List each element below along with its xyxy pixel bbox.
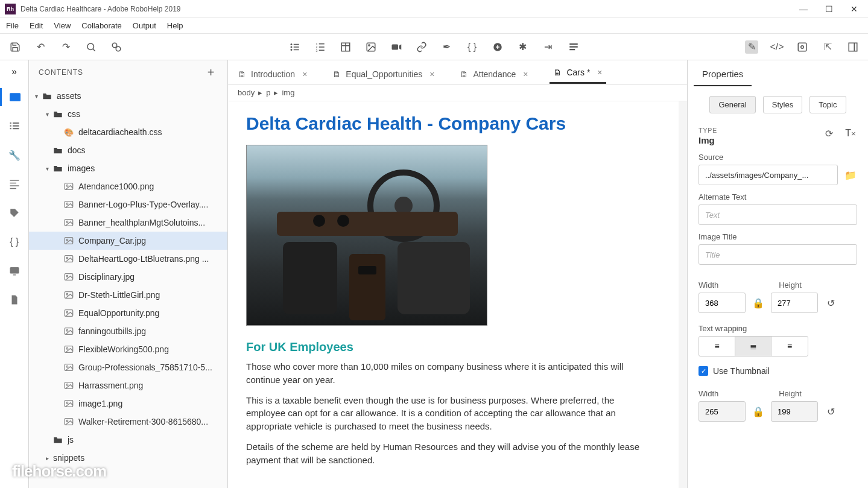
menu-view[interactable]: View — [54, 21, 71, 30]
width-input[interactable] — [699, 293, 746, 313]
rail-snippet-icon[interactable]: { } — [5, 233, 24, 251]
close-icon[interactable]: × — [597, 68, 602, 77]
tree-file-image[interactable]: Harrassment.png — [29, 376, 227, 395]
indent-icon[interactable]: ⇥ — [542, 40, 555, 54]
doc-image-company-car[interactable] — [246, 145, 487, 326]
source-view-icon[interactable]: </> — [770, 40, 784, 54]
link-icon[interactable] — [415, 40, 428, 54]
doc-paragraph[interactable]: Details of the scheme are held by Human … — [246, 440, 644, 467]
rail-key-icon[interactable]: 🔧 — [5, 146, 24, 164]
align-icon[interactable] — [567, 40, 580, 54]
tree-file-image[interactable]: Banner_healthplanMgtSolutoins... — [29, 214, 227, 232]
tree-folder-js[interactable]: js — [29, 431, 227, 449]
tree-file-image[interactable]: EqualOpportunity.png — [29, 304, 227, 322]
tree-file-image[interactable]: Banner-Logo-Plus-Type-Overlay.... — [29, 195, 227, 214]
tree-folder-docs[interactable]: docs — [29, 141, 227, 159]
rail-expand-icon[interactable]: » — [11, 66, 17, 77]
rail-index-icon[interactable] — [5, 175, 24, 193]
maximize-button[interactable]: ☐ — [825, 5, 833, 13]
tree-file-image[interactable]: Group-Professionals_75851710-5... — [29, 358, 227, 376]
breadcrumb-item[interactable]: p — [266, 88, 270, 97]
tree-file-image[interactable]: DeltaHeartLogo-LtBluetrans.png ... — [29, 250, 227, 268]
tree-file-image[interactable]: Walker-Retirement-300-8615680... — [29, 413, 227, 431]
tree-folder-css[interactable]: ▾css — [29, 105, 227, 123]
search-icon[interactable] — [84, 40, 98, 54]
numbered-list-icon[interactable]: 123 — [314, 40, 327, 54]
prop-tab-topic[interactable]: Topic — [809, 96, 846, 113]
menu-collaborate[interactable]: Collaborate — [81, 21, 122, 30]
prop-tab-general[interactable]: General — [709, 96, 755, 113]
image-title-input[interactable] — [699, 244, 857, 265]
menu-help[interactable]: Help — [167, 21, 183, 30]
wrap-left-icon[interactable]: ≡ — [699, 337, 735, 356]
use-thumbnail-row[interactable]: ✓ Use Thumbnail — [699, 366, 857, 376]
image-icon[interactable] — [364, 40, 378, 54]
tree-file-image[interactable]: Atendance1000.png — [29, 177, 227, 195]
doc-paragraph[interactable]: This is a taxable benefit even though th… — [246, 394, 644, 433]
redo-icon[interactable]: ↷ — [59, 40, 72, 54]
tab-equal-opportunities[interactable]: 🗎Equal_Opportunities× — [329, 65, 438, 84]
save-icon[interactable] — [8, 40, 22, 54]
wrap-center-icon[interactable]: ≣ — [735, 337, 771, 356]
scrollbar[interactable] — [679, 101, 687, 488]
lock-icon[interactable]: 🔒 — [752, 296, 765, 309]
tree-file-image[interactable]: Disciplinary.jpg — [29, 268, 227, 286]
menu-output[interactable]: Output — [133, 21, 156, 30]
bullet-list-icon[interactable] — [288, 40, 302, 54]
tree-folder-assets[interactable]: ▾assets — [29, 87, 227, 105]
prop-tab-styles[interactable]: Styles — [763, 96, 802, 113]
refresh-icon[interactable]: ⟳ — [822, 127, 835, 140]
thumb-height-input[interactable] — [771, 401, 818, 422]
wrap-right-icon[interactable]: ≡ — [771, 337, 808, 356]
tab-introduction[interactable]: 🗎Introduction× — [234, 65, 311, 84]
special-char-icon[interactable]: ✱ — [516, 40, 530, 54]
brush-icon[interactable]: ✒ — [440, 40, 454, 54]
video-icon[interactable] — [390, 40, 403, 54]
tree-file-image[interactable]: fanningoutbills.jpg — [29, 322, 227, 340]
alt-text-input[interactable] — [699, 204, 857, 225]
tree-file-image[interactable]: FlexibleWorking500.png — [29, 340, 227, 358]
preview-icon[interactable] — [796, 40, 809, 54]
browse-icon[interactable]: 📁 — [844, 168, 857, 182]
menu-file[interactable]: File — [6, 21, 19, 30]
rail-tag-icon[interactable] — [5, 204, 24, 222]
reset-icon[interactable]: ↺ — [824, 296, 837, 309]
tree-file-image[interactable]: Dr-Steth-LittleGirl.png — [29, 286, 227, 304]
tree-file-image[interactable]: image1.png — [29, 395, 227, 413]
doc-paragraph[interactable]: Those who cover more than 10,000 miles o… — [246, 360, 644, 387]
add-circle-icon[interactable] — [491, 40, 504, 54]
variable-icon[interactable]: { } — [466, 40, 479, 54]
doc-subheading[interactable]: For UK Employees — [246, 340, 669, 354]
tree-folder-images[interactable]: ▾images — [29, 159, 227, 177]
rail-toc-icon[interactable] — [5, 117, 24, 135]
tree-file-image[interactable]: Company_Car.jpg — [29, 232, 227, 250]
rail-screen-icon[interactable] — [5, 262, 24, 280]
breadcrumb-item[interactable]: body — [238, 88, 255, 97]
doc-heading[interactable]: Delta Cardiac Health - Company Cars — [246, 113, 669, 134]
layout-icon[interactable] — [846, 40, 860, 54]
export-icon[interactable]: ⇱ — [821, 40, 834, 54]
checkbox-checked-icon[interactable]: ✓ — [699, 366, 708, 376]
rail-doc-icon[interactable] — [5, 291, 24, 309]
menu-edit[interactable]: Edit — [30, 21, 43, 30]
document-body[interactable]: Delta Cardiac Health - Company Cars For … — [228, 101, 687, 488]
tab-attendance[interactable]: 🗎Attendance× — [456, 65, 531, 84]
tab-cars[interactable]: 🗎Cars *× — [550, 63, 606, 84]
close-button[interactable]: ✕ — [850, 5, 858, 13]
breadcrumb-item[interactable]: img — [282, 88, 294, 97]
tree-folder-snippets[interactable]: ▸snippets — [29, 449, 227, 467]
author-view-icon[interactable]: ✎ — [745, 40, 758, 54]
table-icon[interactable] — [339, 40, 352, 54]
find-replace-icon[interactable] — [110, 40, 123, 54]
undo-icon[interactable]: ↶ — [34, 40, 47, 54]
close-icon[interactable]: × — [302, 69, 307, 79]
close-icon[interactable]: × — [523, 69, 528, 79]
lock-icon[interactable]: 🔒 — [752, 405, 765, 418]
clear-style-icon[interactable]: T× — [844, 127, 857, 140]
rail-contents-icon[interactable] — [0, 88, 29, 106]
reset-icon[interactable]: ↺ — [824, 405, 837, 418]
close-icon[interactable]: × — [429, 69, 434, 79]
thumb-width-input[interactable] — [699, 401, 746, 422]
add-content-icon[interactable]: + — [204, 66, 218, 79]
height-input[interactable] — [771, 293, 818, 313]
